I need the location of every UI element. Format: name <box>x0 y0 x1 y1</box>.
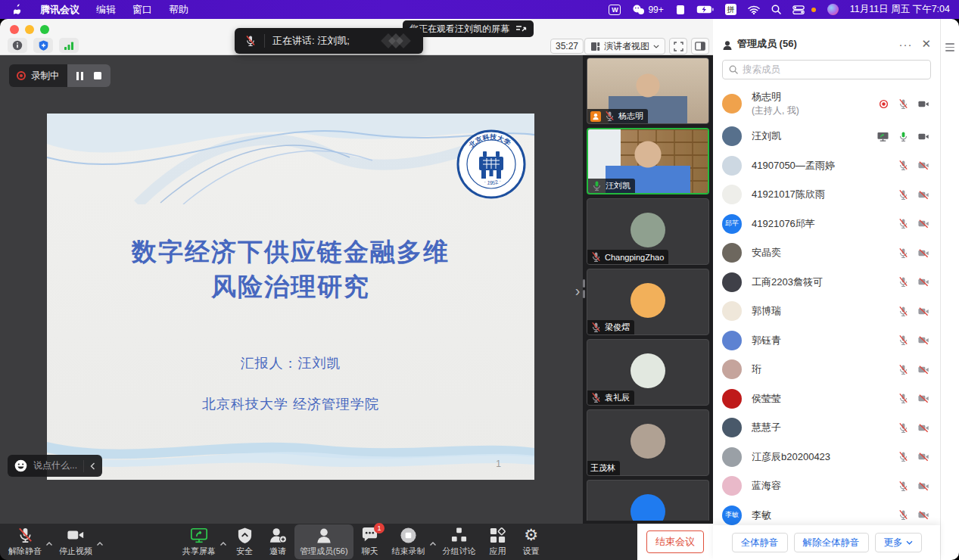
mic-muted-icon <box>590 251 602 263</box>
view-mode-label: 演讲者视图 <box>604 40 649 53</box>
footer-button[interactable]: 解除全体静音 <box>794 533 869 552</box>
member-row[interactable]: 安晶奕 <box>713 238 940 268</box>
member-row[interactable]: 41921017陈欣雨 <box>713 180 940 210</box>
battery-icon[interactable] <box>696 5 714 14</box>
menu-app[interactable]: 腾讯会议 <box>40 3 79 17</box>
meeting-info-button[interactable] <box>8 38 27 53</box>
member-row[interactable]: 杨志明 (主持人, 我) <box>713 86 940 122</box>
toolbar-chat-button[interactable]: 1 聊天 <box>353 524 387 559</box>
toolbar-item-label: 邀请 <box>269 546 286 557</box>
wechat-badge: 99+ <box>648 5 663 15</box>
collapse-chevron-icon[interactable] <box>90 462 95 470</box>
member-row[interactable]: 珩 <box>713 355 940 384</box>
wps-icon[interactable]: W <box>609 5 621 15</box>
control-center-icon[interactable] <box>792 5 805 14</box>
member-row[interactable]: 工商2203詹筱可 <box>713 268 940 297</box>
menubar-datetime[interactable]: 11月11日 周五 下午7:04 <box>850 3 950 16</box>
video-tile[interactable]: ChangpingZhao <box>587 198 709 265</box>
end-meeting-button[interactable]: 结束会议 <box>646 530 704 553</box>
close-window-button[interactable] <box>10 25 19 34</box>
side-panel-toggle-button[interactable] <box>691 38 709 54</box>
expand-caret[interactable] <box>220 534 227 549</box>
collapse-panel-icon[interactable] <box>945 43 954 51</box>
member-avatar <box>722 447 742 467</box>
member-row[interactable]: 慧慧子 <box>713 413 940 443</box>
security-status-button[interactable] <box>33 38 53 53</box>
toolbar-apps-button[interactable]: 应用 <box>481 524 515 559</box>
apple-menu-icon[interactable] <box>14 4 23 15</box>
input-method-icon[interactable]: 拼 <box>725 4 736 15</box>
member-row[interactable]: 41907050—孟雨婷 <box>713 151 940 181</box>
quick-chat-bubble[interactable]: 说点什么... <box>8 455 102 477</box>
wechat-icon[interactable]: 99+ <box>632 5 663 15</box>
video-tile[interactable]: 杨志明 <box>587 58 709 124</box>
video-tile[interactable]: 汪刘凯 <box>587 128 709 194</box>
expand-caret[interactable] <box>96 534 104 549</box>
toolbar-stoprec-button[interactable]: 结束录制 <box>387 524 431 559</box>
video-tile[interactable]: 袁礼辰 <box>587 339 709 406</box>
participant-label: 袁礼辰 <box>587 390 634 405</box>
toolbar-gear-button[interactable]: ⚙ 设置 <box>515 524 548 559</box>
member-name: 杨志明 <box>752 90 868 104</box>
minimize-window-button[interactable] <box>25 25 34 34</box>
spotlight-search-icon[interactable] <box>771 5 781 14</box>
mic-muted-icon <box>590 392 602 403</box>
toolbar-member-button[interactable]: 管理成员(56) <box>294 524 353 559</box>
menu-help[interactable]: 帮助 <box>169 3 188 17</box>
member-status-icons <box>898 334 929 346</box>
video-tile[interactable] <box>587 480 709 521</box>
expand-caret[interactable] <box>429 534 437 549</box>
fullscreen-button[interactable] <box>669 38 687 54</box>
mic-muted-icon <box>898 364 909 375</box>
toolbar-cam-button[interactable]: 停止视频 <box>54 524 98 559</box>
member-row[interactable]: 江彦辰b20200423 <box>713 443 940 472</box>
siri-icon[interactable] <box>827 4 839 15</box>
member-status-icons <box>898 218 929 229</box>
stop-recording-button[interactable] <box>94 72 101 79</box>
toolbar-item-label: 管理成员(56) <box>300 546 348 557</box>
zoom-window-button[interactable] <box>40 25 49 34</box>
evernote-icon[interactable] <box>675 5 685 15</box>
toolbar-share-button[interactable]: 共享屏幕 <box>177 524 221 559</box>
network-quality-button[interactable] <box>59 38 79 53</box>
pause-recording-button[interactable] <box>76 72 83 80</box>
footer-button[interactable]: 全体静音 <box>732 533 788 552</box>
member-row[interactable]: 侯莹莹 <box>713 384 940 414</box>
more-button[interactable]: 更多 <box>875 533 922 552</box>
menu-window[interactable]: 窗口 <box>132 3 152 17</box>
banner-action-icon[interactable] <box>515 24 527 33</box>
toolbar-breakout-button[interactable]: 分组讨论 <box>437 524 481 559</box>
video-tile[interactable]: 梁俊熠 <box>587 269 709 335</box>
menu-edit[interactable]: 编辑 <box>96 3 116 17</box>
wifi-icon[interactable] <box>748 5 760 14</box>
member-row[interactable]: 汪刘凯 <box>713 122 940 151</box>
toolbar-shield-button[interactable]: 安全 <box>228 524 261 559</box>
toolbar-invite-button[interactable]: 邀请 <box>261 524 294 559</box>
strip-drag-handle[interactable] <box>583 279 585 299</box>
expand-caret[interactable] <box>45 534 53 549</box>
slide-presenter: 汇报人：汪刘凯 <box>47 354 534 372</box>
member-row[interactable]: 郭钰青 <box>713 326 940 356</box>
expand-strip-chevron[interactable]: › <box>572 282 583 300</box>
view-mode-dropdown[interactable]: 演讲者视图 <box>584 38 665 54</box>
member-search-input[interactable] <box>743 64 924 75</box>
member-row[interactable]: 郭博瑞 <box>713 297 940 326</box>
member-name: 郭钰青 <box>752 334 888 347</box>
member-name: 41921076邱芊 <box>752 217 888 231</box>
camera-off-icon <box>917 364 929 375</box>
emoji-icon[interactable] <box>14 459 27 472</box>
mic-on-icon <box>591 180 602 191</box>
member-row[interactable]: 邱芊 41921076邱芊 <box>713 210 940 239</box>
chat-input-hint[interactable]: 说点什么... <box>33 459 77 472</box>
panel-more-button[interactable]: ··· <box>898 38 912 51</box>
toolbar-item-label: 设置 <box>523 546 540 557</box>
member-row[interactable]: 蓝海容 <box>713 471 940 501</box>
member-avatar <box>722 418 742 437</box>
member-row[interactable]: 李敏 李敏 <box>713 501 940 526</box>
participant-avatar <box>631 424 665 459</box>
toolbar-mic-button[interactable]: 解除静音 <box>3 524 47 559</box>
mic-muted-icon <box>898 451 909 462</box>
member-search-box[interactable] <box>722 60 931 79</box>
video-tile[interactable]: 王茂林 <box>587 409 709 476</box>
panel-close-button[interactable]: ✕ <box>921 37 931 51</box>
